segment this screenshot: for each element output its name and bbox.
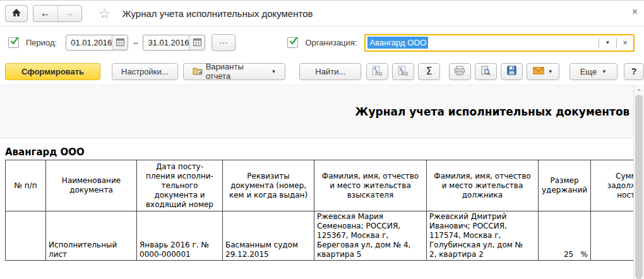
organization-input[interactable]: Авангард ООО ▼ × — [364, 34, 635, 52]
chevron-down-icon: ▼ — [271, 69, 276, 74]
autosum-button[interactable]: Σ — [418, 63, 440, 80]
print-preview-icon — [480, 66, 491, 78]
cell-claimant: Ржевская Мария Семеновна; РОССИЯ, 125367… — [314, 211, 427, 261]
expand-groups-button[interactable]: AB — [366, 63, 388, 80]
more-label: Еще — [580, 67, 597, 76]
date-from-input[interactable]: 01.01.2016 — [66, 35, 112, 50]
report-variants-label: Варианты отчета — [206, 62, 268, 81]
printer-icon — [454, 66, 465, 78]
table-row: Исполнительный лист Январь 2016 г. № 000… — [6, 211, 634, 261]
email-envelope-icon — [533, 67, 544, 76]
period-options-button[interactable]: ... — [212, 34, 236, 51]
generate-button[interactable]: Сформировать — [5, 63, 100, 80]
header-cell-claimant: Фамилия, имя, отчество и место жительств… — [314, 160, 427, 211]
calendar-icon — [116, 37, 124, 49]
date-to-field[interactable]: 31.01.2016 — [143, 35, 205, 50]
help-button[interactable]: ? — [624, 63, 644, 80]
scroll-up-icon[interactable]: ▲ — [634, 85, 644, 94]
cell-receipt-date: Январь 2016 г. № 0000-000001 — [137, 211, 223, 261]
forward-button[interactable]: → — [57, 6, 82, 21]
email-button[interactable]: ▼ — [527, 63, 559, 80]
date-range-dash: – — [133, 38, 138, 47]
find-button[interactable]: Найти... — [299, 63, 361, 80]
back-arrow-icon: ← — [40, 8, 51, 19]
report-organization: Авангард ООО — [5, 146, 633, 158]
forward-arrow-icon: → — [64, 8, 75, 19]
back-button[interactable]: ← — [33, 6, 57, 21]
more-button[interactable]: Еще ▼ — [569, 63, 617, 80]
table-header-row: № п/п Наименование документа Дата посту-… — [6, 160, 634, 211]
report-table: № п/п Наименование документа Дата посту-… — [5, 160, 633, 261]
chevron-down-icon: ▼ — [548, 69, 553, 74]
date-to-calendar-button[interactable] — [189, 35, 205, 50]
header-cell-number: № п/п — [6, 160, 46, 211]
cell-number — [6, 211, 46, 261]
header-cell-debt-sum: Сумма задолжен- ности — [591, 160, 634, 211]
favorites-star-icon[interactable]: ☆ — [98, 7, 110, 20]
settings-button[interactable]: Настройки... — [112, 63, 178, 80]
expand-groups-icon: AB — [372, 66, 383, 78]
report-variant-icon — [193, 66, 203, 77]
svg-text:B: B — [376, 69, 378, 74]
header-cell-doc-name: Наименование документа — [46, 160, 137, 211]
cell-requisites: Басманным судом 29.12.2015 — [223, 211, 314, 261]
collapse-groups-button[interactable]: AB — [392, 63, 414, 80]
organization-label: Организация: — [305, 38, 357, 47]
organization-checkbox[interactable] — [287, 37, 298, 48]
cell-debt-sum — [591, 211, 634, 261]
calendar-icon — [193, 37, 201, 49]
cell-doc-name: Исполнительный лист — [46, 211, 137, 261]
history-nav-group: ← → — [33, 5, 82, 22]
report-canvas: Журнал учета исполнительных документов А… — [0, 85, 633, 261]
report-variants-button[interactable]: Варианты отчета ▼ — [183, 63, 286, 80]
report-header-band: Журнал учета исполнительных документов — [0, 85, 633, 138]
chevron-down-icon: ▼ — [602, 69, 607, 74]
autosum-sigma-icon: Σ — [426, 65, 432, 78]
header-cell-requisites: Реквизиты документа (номер, кем и когда … — [223, 160, 314, 211]
header-cell-receipt-date: Дата посту- пления исполни- тельного док… — [137, 160, 223, 211]
report-title: Журнал учета исполнительных документов — [0, 105, 633, 118]
print-preview-button[interactable] — [475, 63, 497, 80]
chevron-down-icon: ▼ — [605, 40, 611, 45]
organization-selected-text: Авангард ООО — [367, 37, 428, 49]
save-floppy-icon — [507, 66, 516, 77]
save-button[interactable] — [501, 63, 523, 80]
date-to-input[interactable]: 31.01.2016 — [143, 35, 189, 50]
period-checkbox[interactable] — [8, 37, 19, 48]
svg-text:B: B — [402, 70, 404, 74]
period-label: Период: — [26, 38, 57, 47]
home-button[interactable] — [5, 5, 28, 22]
organization-clear-button[interactable]: × — [617, 38, 633, 47]
home-icon — [11, 8, 21, 19]
report-toolbar: Сформировать Настройки... Варианты отчет… — [0, 58, 644, 85]
close-button[interactable]: × — [632, 7, 638, 17]
cell-deduction: 25 % — [539, 211, 591, 261]
scrollbar-thumb[interactable] — [635, 95, 643, 279]
date-from-calendar-button[interactable] — [112, 35, 128, 50]
organization-dropdown-button[interactable]: ▼ — [599, 40, 616, 45]
window-title: Журнал учета исполнительных документов — [122, 8, 313, 19]
vertical-scrollbar[interactable]: ▲ — [633, 85, 644, 279]
cell-debtor: Ржевский Дмитрий Иванович; РОССИЯ, 11757… — [427, 211, 539, 261]
header-cell-deduction: Размер удержаний — [539, 160, 591, 211]
header-cell-debtor: Фамилия, имя, отчество и место жительств… — [427, 160, 539, 211]
date-from-field[interactable]: 01.01.2016 — [66, 35, 128, 50]
filter-bar: Период: 01.01.2016 – 31.01.2016 ... Орга… — [0, 27, 644, 58]
report-spreadsheet-area[interactable]: Журнал учета исполнительных документов А… — [0, 85, 633, 279]
window-top-bar: ← → ☆ Журнал учета исполнительных докуме… — [0, 0, 644, 27]
print-button[interactable] — [449, 63, 471, 80]
collapse-groups-icon: AB — [398, 66, 408, 78]
